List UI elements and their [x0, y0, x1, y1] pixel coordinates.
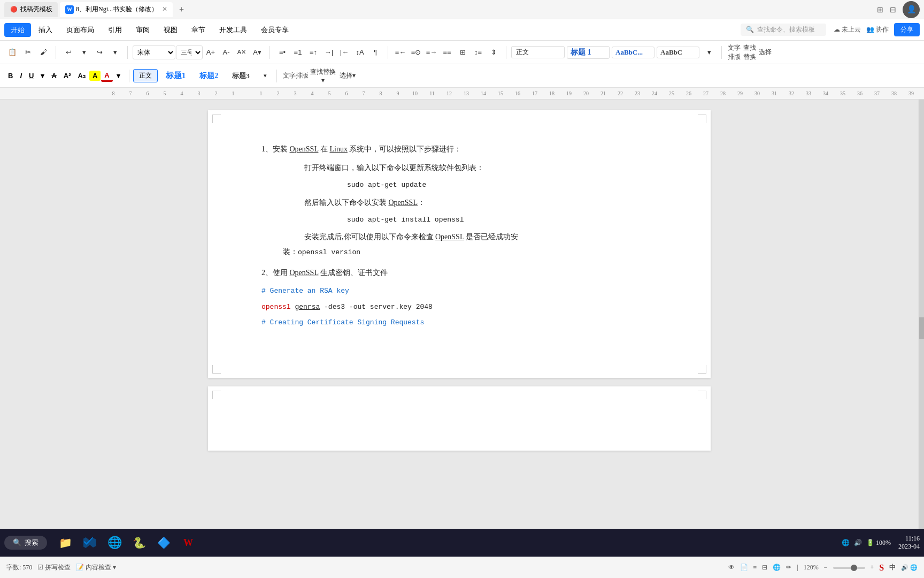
- superscript-btn[interactable]: A²: [60, 71, 74, 81]
- align-center[interactable]: ≡⊙: [409, 45, 424, 60]
- style-biaoti1[interactable]: 标题1: [160, 69, 192, 83]
- cut-btn[interactable]: ✂: [20, 45, 35, 60]
- menu-insert[interactable]: 插入: [32, 23, 59, 37]
- font-color-btn[interactable]: A▾: [250, 45, 265, 60]
- menu-review[interactable]: 审阅: [129, 23, 156, 37]
- taskbar-icon-pycharm[interactable]: 🐍: [127, 531, 151, 554]
- grid-btn[interactable]: ⊟: [890, 5, 898, 14]
- text-layout-btn2[interactable]: 文字排版: [282, 69, 309, 83]
- font-size-decrease[interactable]: A-: [219, 45, 234, 60]
- styles-expand[interactable]: ▾: [258, 69, 273, 83]
- menu-reference[interactable]: 引用: [102, 23, 128, 37]
- font-name-select[interactable]: 宋体: [133, 45, 175, 59]
- view-annotation-btn[interactable]: ✏: [786, 564, 791, 572]
- align-distribute[interactable]: ⊞: [455, 45, 470, 60]
- document-page-1[interactable]: 1、安装 OpenSSL 在 Linux 系统中，可以按照以下步骤进行： 打开终…: [208, 110, 711, 378]
- text-layout-btn[interactable]: 文字排版: [727, 45, 742, 60]
- indent-increase[interactable]: →|: [321, 45, 336, 60]
- new-tab-button[interactable]: +: [175, 3, 188, 17]
- sort-btn[interactable]: ↕A: [352, 45, 367, 60]
- content-check-dropdown[interactable]: ▾: [113, 564, 116, 572]
- tray-volume[interactable]: 🔊: [854, 539, 862, 547]
- menu-vip[interactable]: 会员专享: [255, 23, 295, 37]
- find-replace-btn[interactable]: 查找替换: [742, 45, 757, 60]
- highlight-btn[interactable]: A: [89, 71, 101, 81]
- user-avatar[interactable]: 👤: [903, 1, 920, 18]
- undo-dropdown[interactable]: ▾: [76, 45, 91, 60]
- view-page-btn[interactable]: 📄: [740, 564, 748, 572]
- layout-btn[interactable]: ⊞: [877, 5, 886, 14]
- style-normal[interactable]: 正文: [511, 46, 565, 58]
- align-justify[interactable]: ≡≡: [440, 45, 455, 60]
- collab-btn[interactable]: 👥 协作: [866, 25, 889, 34]
- taskbar-icon-explorer[interactable]: 📁: [53, 531, 77, 554]
- show-para[interactable]: ¶: [368, 45, 383, 60]
- spell-check-toggle[interactable]: ☑ 拼写检查: [37, 563, 71, 572]
- subscript-btn[interactable]: A₂: [75, 71, 89, 81]
- indent-decrease[interactable]: |←: [337, 45, 352, 60]
- menu-page-layout[interactable]: 页面布局: [60, 23, 101, 37]
- unordered-list[interactable]: ≡•: [275, 45, 290, 60]
- style-zhengwen[interactable]: 正文: [133, 69, 158, 82]
- para-spacing[interactable]: ⇕: [486, 45, 501, 60]
- paste-btn[interactable]: 📋: [5, 45, 20, 60]
- menu-dev-tools[interactable]: 开发工具: [213, 23, 253, 37]
- font-size-select[interactable]: 三号: [176, 45, 203, 59]
- outline-list[interactable]: ≡↑: [306, 45, 321, 60]
- redo-dropdown[interactable]: ▾: [107, 45, 122, 60]
- taskbar-icon-vscode[interactable]: [78, 531, 102, 554]
- styles-more[interactable]: ▾: [702, 45, 717, 60]
- taskbar-icon-wps[interactable]: W: [176, 531, 200, 554]
- tab-template[interactable]: 🔴 找稿壳模板: [4, 2, 58, 17]
- clock[interactable]: 11:16 2023-04: [898, 535, 920, 551]
- italic-btn[interactable]: I: [17, 71, 25, 81]
- style-h1[interactable]: 标题 1: [567, 46, 610, 59]
- find-replace-btn2[interactable]: 查找替换▾: [310, 69, 336, 83]
- search-box[interactable]: 🔍 查找命令、搜索模板: [741, 24, 826, 36]
- tab-document[interactable]: W 8、利用Ngi...书实验（修改） ✕: [60, 2, 173, 17]
- underline-dropdown[interactable]: ▾: [37, 71, 48, 81]
- menu-start[interactable]: 开始: [4, 23, 31, 37]
- taskbar-icon-app5[interactable]: 🔷: [152, 531, 175, 554]
- font-color-dropdown[interactable]: ▾: [113, 71, 124, 81]
- view-split-btn[interactable]: ⊟: [762, 564, 767, 572]
- bold-btn[interactable]: B: [5, 71, 16, 81]
- taskbar-search[interactable]: 🔍 搜索: [4, 536, 47, 550]
- font-clear-format[interactable]: A✕: [234, 45, 249, 60]
- zoom-slider[interactable]: [833, 567, 865, 569]
- menu-chapter[interactable]: 章节: [185, 23, 212, 37]
- ordered-list[interactable]: ≡1: [290, 45, 305, 60]
- eye-icon[interactable]: 👁: [728, 564, 735, 572]
- undo-btn[interactable]: ↩: [61, 45, 76, 60]
- font-color-text[interactable]: A: [101, 70, 112, 82]
- select-btn2[interactable]: 选择▾: [337, 69, 358, 83]
- view-web-btn[interactable]: 🌐: [773, 564, 781, 572]
- strikethrough-btn[interactable]: A: [48, 71, 59, 81]
- zoom-decrease[interactable]: −: [824, 564, 828, 572]
- view-outline-btn[interactable]: ≡: [753, 564, 757, 572]
- font-size-increase[interactable]: A+: [203, 45, 218, 60]
- zoom-increase[interactable]: +: [871, 564, 874, 572]
- input-method-cn[interactable]: 中: [889, 563, 896, 572]
- taskbar-icon-chrome[interactable]: 🌐: [103, 531, 126, 554]
- format-painter-btn[interactable]: 🖌: [36, 45, 51, 60]
- cloud-status[interactable]: ☁ 未上云: [834, 25, 861, 34]
- document-container[interactable]: 1、安装 OpenSSL 在 Linux 系统中，可以按照以下步骤进行： 打开终…: [0, 100, 919, 557]
- style-biaoti3[interactable]: 标题3: [226, 69, 256, 83]
- style-h3[interactable]: AaBbC: [657, 47, 699, 58]
- line-spacing[interactable]: ↕≡: [471, 45, 486, 60]
- underline-btn[interactable]: U: [26, 71, 37, 81]
- align-left[interactable]: ≡←: [393, 45, 408, 60]
- style-biaoti2[interactable]: 标题2: [194, 69, 224, 83]
- content-check-toggle[interactable]: 📝 内容检查 ▾: [76, 563, 116, 572]
- select-btn[interactable]: 选择: [758, 45, 773, 60]
- redo-btn[interactable]: ↪: [92, 45, 107, 60]
- tab-close-icon[interactable]: ✕: [162, 5, 167, 13]
- zoom-thumb[interactable]: [851, 565, 857, 571]
- align-right[interactable]: ≡→: [424, 45, 439, 60]
- style-h2[interactable]: AaBbC...: [612, 47, 654, 58]
- document-page-2[interactable]: [208, 386, 711, 451]
- menu-view[interactable]: 视图: [157, 23, 184, 37]
- scroll-handle[interactable]: [919, 317, 924, 339]
- share-button[interactable]: 分享: [894, 23, 920, 36]
